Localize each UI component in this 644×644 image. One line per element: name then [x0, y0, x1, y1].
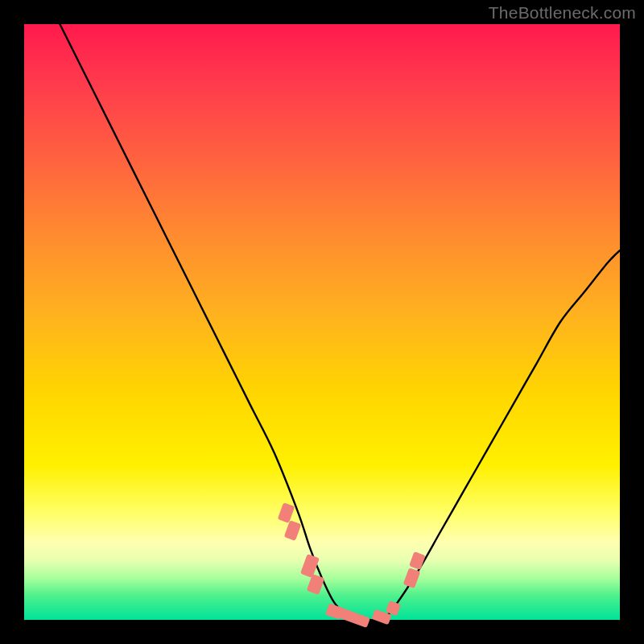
chart-frame: TheBottleneck.com	[0, 0, 644, 644]
curve-svg	[24, 24, 620, 620]
bottleneck-curve	[60, 24, 620, 621]
plot-area	[24, 24, 620, 620]
watermark-text: TheBottleneck.com	[489, 3, 636, 23]
